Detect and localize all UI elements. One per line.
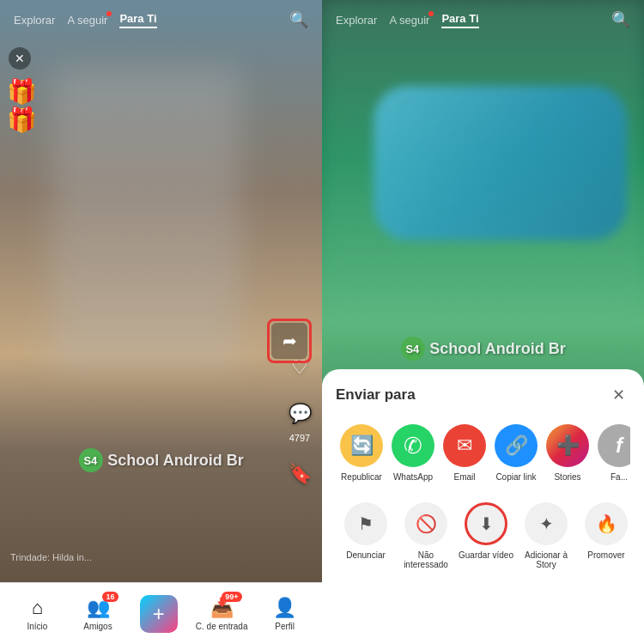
whatsapp-label: WhatsApp xyxy=(393,472,433,482)
tab-aseguir-right[interactable]: A seguir xyxy=(389,14,429,27)
tab-parati-right[interactable]: Para Ti xyxy=(441,12,478,28)
guardar-icon: ⬇ xyxy=(465,502,507,545)
share-app-stories[interactable]: ➕ Stories xyxy=(542,424,593,482)
tab-parati-left[interactable]: Para Ti xyxy=(119,12,156,28)
stories-icon: ➕ xyxy=(546,424,589,467)
share-app-whatsapp[interactable]: ✆ WhatsApp xyxy=(387,424,439,482)
top-nav-right: Explorar A seguir Para Ti 🔍 xyxy=(322,0,644,36)
share-button[interactable]: ➦ xyxy=(271,323,307,359)
email-label: Email xyxy=(453,472,475,482)
watermark-text-left: School Android Br xyxy=(107,452,243,470)
left-panel: 🎁🎁 ✕ Explorar A seguir Para Ti 🔍 S4 Scho… xyxy=(0,0,322,644)
share-app-more[interactable]: f Fa... xyxy=(593,424,630,482)
tab-aseguir-left[interactable]: A seguir xyxy=(67,14,107,27)
gift-sticker: 🎁🎁 xyxy=(7,77,37,134)
share-app-email[interactable]: ✉ Email xyxy=(439,424,490,482)
nav-label-amigos: Amigos xyxy=(83,622,112,631)
nav-tabs-right: Explorar A seguir Para Ti xyxy=(336,12,479,28)
action-adicionar[interactable]: ✦ Adicionar à Story xyxy=(516,502,576,569)
add-button[interactable]: + xyxy=(140,595,178,633)
nav-item-caixa[interactable]: 📥 99+ C. de entrada xyxy=(196,597,248,631)
watermark-text-right: School Android Br xyxy=(429,340,565,358)
share-actions-row: ⚑ Denunciar 🚫 Não interessado ⬇ Guardar … xyxy=(336,502,630,569)
bottom-nav-left: ⌂ Início 👥 16 Amigos + 📥 99+ C. de entra… xyxy=(0,582,322,644)
bookmark-icon[interactable]: 🔖 xyxy=(284,459,315,489)
adicionar-label: Adicionar à Story xyxy=(516,550,576,569)
watermark-icon-right: S4 xyxy=(400,337,424,361)
action-nao-interessado[interactable]: 🚫 Não interessado xyxy=(396,502,456,569)
share-button-highlight[interactable]: ➦ xyxy=(267,319,312,363)
nav-label-perfil: Perfil xyxy=(275,622,295,631)
share-app-copylink[interactable]: 🔗 Copiar link xyxy=(490,424,542,482)
action-denunciar[interactable]: ⚑ Denunciar xyxy=(336,502,396,569)
action-guardar[interactable]: ⬇ Guardar vídeo xyxy=(456,502,516,569)
tab-explorar-left[interactable]: Explorar xyxy=(14,14,55,27)
nav-item-inicio[interactable]: ⌂ Início xyxy=(14,597,61,631)
top-nav-left: Explorar A seguir Para Ti 🔍 xyxy=(0,0,322,36)
denunciar-icon: ⚑ xyxy=(344,502,387,545)
comment-icon[interactable]: 💬 xyxy=(284,398,315,429)
nav-label-inicio: Início xyxy=(27,622,47,631)
side-icons-left: ♡ 💬 4797 🔖 ➦ xyxy=(284,352,315,489)
share-sheet-header: Enviar para ✕ xyxy=(336,383,630,407)
search-icon-right[interactable]: 🔍 xyxy=(611,10,630,29)
nav-item-add[interactable]: + xyxy=(135,595,182,633)
whatsapp-icon: ✆ xyxy=(392,424,434,467)
search-icon-left[interactable]: 🔍 xyxy=(289,10,308,29)
copylink-icon: 🔗 xyxy=(495,424,538,467)
friends-icon: 👥 16 xyxy=(87,597,110,619)
denunciar-label: Denunciar xyxy=(346,550,386,560)
share-apps-row: 🔄 Republicar ✆ WhatsApp ✉ Email 🔗 Copiar… xyxy=(336,424,630,482)
profile-icon: 👤 xyxy=(273,597,296,619)
copylink-label: Copiar link xyxy=(495,472,536,482)
email-icon: ✉ xyxy=(443,424,486,467)
caixa-badge: 99+ xyxy=(222,592,241,602)
pool-visual xyxy=(374,86,627,240)
republish-label: Republicar xyxy=(341,472,382,482)
nao-interessado-icon: 🚫 xyxy=(404,502,447,545)
republish-icon: 🔄 xyxy=(340,424,383,467)
tab-explorar-right[interactable]: Explorar xyxy=(336,14,377,27)
share-sheet-title: Enviar para xyxy=(336,386,416,404)
more-label: Fa... xyxy=(611,472,628,482)
share-app-republish[interactable]: 🔄 Republicar xyxy=(336,424,387,482)
left-blur xyxy=(52,69,240,369)
stories-label: Stories xyxy=(554,472,580,482)
promover-icon: 🔥 xyxy=(585,502,628,545)
share-sheet: Enviar para ✕ 🔄 Republicar ✆ WhatsApp ✉ … xyxy=(322,369,644,644)
watermark-left: S4 School Android Br xyxy=(78,448,243,472)
comment-count: 4797 xyxy=(289,433,310,443)
watermark-right: S4 School Android Br xyxy=(400,337,565,361)
close-sheet-button[interactable]: ✕ xyxy=(606,383,630,407)
action-promover[interactable]: 🔥 Promover xyxy=(576,502,636,569)
amigos-badge: 16 xyxy=(102,592,118,602)
guardar-label: Guardar vídeo xyxy=(459,550,513,560)
adicionar-icon: ✦ xyxy=(525,502,568,545)
watermark-icon-left: S4 xyxy=(78,448,102,472)
home-icon: ⌂ xyxy=(32,597,43,619)
inbox-icon: 📥 99+ xyxy=(210,597,234,619)
right-panel: Explorar A seguir Para Ti 🔍 S4 School An… xyxy=(322,0,644,644)
promover-label: Promover xyxy=(587,550,624,560)
close-button-left[interactable]: ✕ xyxy=(9,47,31,70)
nav-item-perfil[interactable]: 👤 Perfil xyxy=(261,597,308,631)
more-icon: f xyxy=(598,424,630,467)
nav-label-caixa: C. de entrada xyxy=(196,622,248,631)
bottom-caption-left: Trindade: Hilda in... xyxy=(10,552,270,562)
nav-tabs-left: Explorar A seguir Para Ti xyxy=(14,12,157,28)
nao-interessado-label: Não interessado xyxy=(396,550,456,569)
nav-item-amigos[interactable]: 👥 16 Amigos xyxy=(75,597,122,631)
